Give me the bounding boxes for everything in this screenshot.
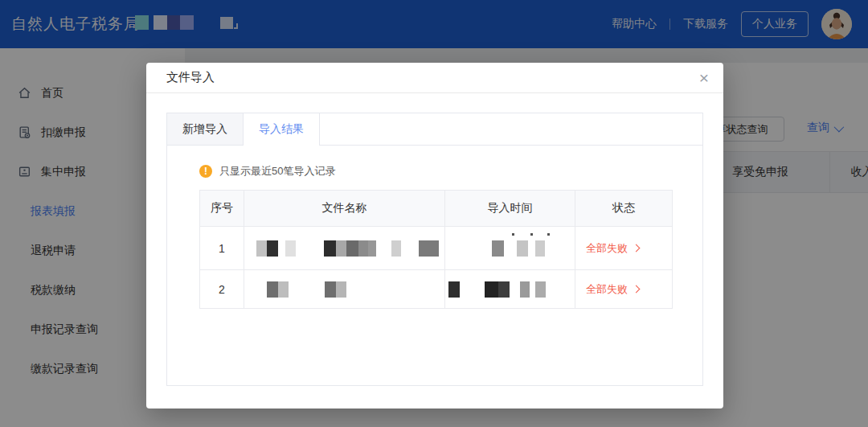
chevron-right-icon [633,285,641,294]
status-cell: 全部失败 [575,270,673,309]
modal-title: 文件导入 [166,70,215,85]
table-header-row: 序号 文件名称 导入时间 状态 [200,191,673,227]
table-row: 2 [200,270,673,309]
chevron-right-icon [633,244,641,253]
import-records-table: 序号 文件名称 导入时间 状态 1 [199,190,673,309]
import-tab-container: 新增导入 导入结果 ! 只显示最近50笔导入记录 序号 文件名称 [166,113,703,386]
notice-bar: ! 只显示最近50笔导入记录 [199,164,670,179]
file-name-cell [244,227,445,270]
redacted-time [445,270,575,308]
column-status: 状态 [575,191,673,227]
tab-new-import[interactable]: 新增导入 [167,113,244,145]
serial-number-cell: 2 [200,270,244,309]
status-all-failed-link[interactable]: 全部失败 [575,282,672,297]
redacted-time [445,227,575,269]
column-file-name: 文件名称 [244,191,445,227]
notice-text: 只显示最近50笔导入记录 [219,164,335,179]
redacted-file-name [244,270,444,308]
status-text: 全部失败 [586,282,628,297]
serial-number-cell: 1 [200,227,244,270]
column-serial-number: 序号 [200,191,244,227]
screen: 自然人电子税务局 帮助中心 下载服务 个人业务 [0,0,868,427]
table-row: 1 [200,227,673,270]
tab-bar: 新增导入 导入结果 [167,113,702,146]
column-import-time: 导入时间 [445,191,575,227]
status-cell: 全部失败 [575,227,673,270]
modal-header: 文件导入 × [146,63,723,93]
import-time-cell [445,270,575,309]
import-time-cell [445,227,575,270]
redacted-file-name [244,227,444,269]
status-all-failed-link[interactable]: 全部失败 [575,241,672,256]
status-text: 全部失败 [586,241,628,256]
close-icon[interactable]: × [699,69,709,86]
tab-import-results[interactable]: 导入结果 [244,113,320,145]
file-name-cell [244,270,445,309]
import-results-content: ! 只显示最近50笔导入记录 序号 文件名称 导入时间 状态 [167,146,702,309]
file-import-modal: 文件导入 × 新增导入 导入结果 ! 只显示最近50笔导入记录 [146,63,723,409]
modal-body: 新增导入 导入结果 ! 只显示最近50笔导入记录 序号 文件名称 [146,93,723,409]
warning-icon: ! [199,165,212,178]
